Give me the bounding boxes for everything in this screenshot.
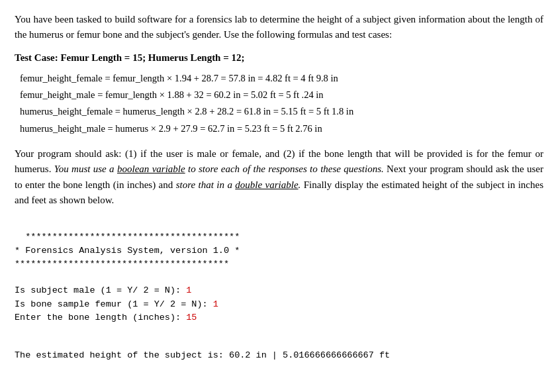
interaction-line2: Is bone sample femur (1 = Y/ 2 = N): 1: [15, 299, 218, 309]
desc-underline2: double variable: [235, 179, 298, 190]
intro-paragraph: You have been tasked to build software f…: [15, 12, 543, 43]
interaction-value2: 1: [213, 299, 218, 309]
interaction-value3: 15: [186, 313, 197, 322]
formula-line-3: humerus_height_female = humerus_length ×…: [20, 103, 543, 120]
stars-line3: ****************************************: [15, 259, 229, 269]
desc-underline1: boolean variable: [117, 164, 185, 174]
formula-line-2: femur_height_male = femur_length × 1.88 …: [20, 87, 543, 103]
test-case-title: Test Case: Femur Length = 15; Humerus Le…: [15, 52, 543, 64]
desc-italic3: store that in a: [176, 179, 236, 190]
title-line: * Forensics Analysis System, version 1.0…: [15, 246, 240, 256]
formulas-block: femur_height_female = femur_length × 1.9…: [15, 70, 543, 138]
interaction-label2: Is bone sample femur (1 = Y/ 2 = N):: [15, 299, 213, 309]
interaction-label1: Is subject male (1 = Y/ 2 = N):: [15, 285, 186, 295]
formula-line-1: femur_height_female = femur_length × 1.9…: [20, 70, 543, 87]
output-line: The estimated height of the subject is: …: [15, 350, 390, 360]
interaction-line3: Enter the bone length (inches): 15: [15, 313, 197, 322]
interaction-line1: Is subject male (1 = Y/ 2 = N): 1: [15, 285, 191, 295]
formula-line-4: humerus_height_male = humerus × 2.9 + 27…: [20, 121, 543, 137]
interaction-label3: Enter the bone length (inches):: [15, 313, 186, 322]
output-block: The estimated height of the subject is: …: [15, 334, 543, 362]
desc-italic2: to store each of the responses to these …: [185, 164, 384, 174]
code-block: ****************************************…: [15, 217, 543, 324]
description-paragraph: Your program should ask: (1) if the user…: [15, 146, 543, 208]
desc-italic1: You must use a: [54, 164, 117, 174]
stars-line1: ****************************************: [25, 232, 240, 242]
interaction-value1: 1: [186, 285, 191, 295]
